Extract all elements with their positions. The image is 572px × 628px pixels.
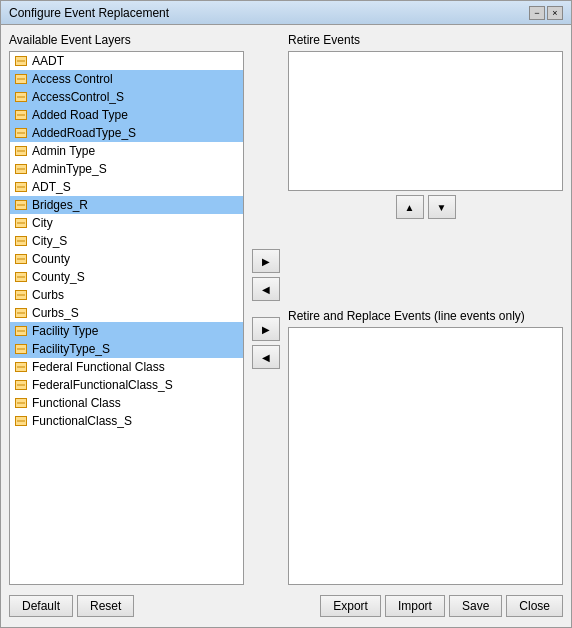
remove-from-retire-button[interactable]: ◀ <box>252 277 280 301</box>
layer-icon <box>14 198 28 212</box>
main-area: Available Event Layers AADTAccess Contro… <box>9 33 563 585</box>
move-down-button[interactable]: ▼ <box>428 195 456 219</box>
add-to-retire-replace-button[interactable]: ▶ <box>252 317 280 341</box>
layer-icon <box>14 108 28 122</box>
retire-replace-label: Retire and Replace Events (line events o… <box>288 309 563 323</box>
list-item[interactable]: City <box>10 214 243 232</box>
layer-icon <box>14 288 28 302</box>
configure-event-replacement-dialog: Configure Event Replacement − × Availabl… <box>0 0 572 628</box>
list-item[interactable]: FacilityType_S <box>10 340 243 358</box>
layer-icon <box>14 54 28 68</box>
dialog-title: Configure Event Replacement <box>9 6 169 20</box>
remove-from-retire-replace-button[interactable]: ◀ <box>252 345 280 369</box>
layer-name: AccessControl_S <box>32 90 124 104</box>
close-window-button[interactable]: × <box>547 6 563 20</box>
list-item[interactable]: Added Road Type <box>10 106 243 124</box>
list-item[interactable]: AADT <box>10 52 243 70</box>
layer-icon <box>14 162 28 176</box>
layer-icon <box>14 414 28 428</box>
list-item[interactable]: AccessControl_S <box>10 88 243 106</box>
layer-name: AddedRoadType_S <box>32 126 136 140</box>
layer-name: Access Control <box>32 72 113 86</box>
layer-icon <box>14 234 28 248</box>
import-button[interactable]: Import <box>385 595 445 617</box>
layer-name: Curbs_S <box>32 306 79 320</box>
middle-bottom-section: ▶ ◀ <box>248 309 284 585</box>
layer-icon <box>14 144 28 158</box>
layer-name: County <box>32 252 70 266</box>
layer-icon <box>14 126 28 140</box>
list-item[interactable]: ADT_S <box>10 178 243 196</box>
layer-name: AdminType_S <box>32 162 107 176</box>
layer-name: Bridges_R <box>32 198 88 212</box>
list-item[interactable]: City_S <box>10 232 243 250</box>
export-button[interactable]: Export <box>320 595 381 617</box>
add-to-retire-button[interactable]: ▶ <box>252 249 280 273</box>
layer-icon <box>14 180 28 194</box>
layer-name: ADT_S <box>32 180 71 194</box>
list-item[interactable]: Facility Type <box>10 322 243 340</box>
title-bar-controls: − × <box>529 6 563 20</box>
move-up-button[interactable]: ▲ <box>396 195 424 219</box>
layer-name: City_S <box>32 234 67 248</box>
right-column: Retire Events ▲ ▼ Retire and Replace Eve… <box>288 33 563 585</box>
list-item[interactable]: AdminType_S <box>10 160 243 178</box>
list-item[interactable]: County_S <box>10 268 243 286</box>
middle-column: ▶ ◀ ▶ ◀ <box>248 33 284 585</box>
layer-name: Functional Class <box>32 396 121 410</box>
list-item[interactable]: Functional Class <box>10 394 243 412</box>
retire-events-list[interactable] <box>288 51 563 191</box>
layer-name: AADT <box>32 54 64 68</box>
layer-name: County_S <box>32 270 85 284</box>
list-item[interactable]: FunctionalClass_S <box>10 412 243 430</box>
title-bar: Configure Event Replacement − × <box>1 1 571 25</box>
layer-name: Facility Type <box>32 324 98 338</box>
close-button[interactable]: Close <box>506 595 563 617</box>
retire-events-section: Retire Events ▲ ▼ <box>288 33 563 309</box>
layer-icon <box>14 90 28 104</box>
layer-name: Curbs <box>32 288 64 302</box>
layer-name: City <box>32 216 53 230</box>
reset-button[interactable]: Reset <box>77 595 134 617</box>
bottom-bar: Default Reset Export Import Save Close <box>9 591 563 619</box>
available-layers-label: Available Event Layers <box>9 33 244 47</box>
list-item[interactable]: Admin Type <box>10 142 243 160</box>
dialog-content: Available Event Layers AADTAccess Contro… <box>1 25 571 627</box>
list-item[interactable]: Access Control <box>10 70 243 88</box>
layer-icon <box>14 270 28 284</box>
layer-name: Admin Type <box>32 144 95 158</box>
layer-icon <box>14 342 28 356</box>
layer-icon <box>14 378 28 392</box>
layer-icon <box>14 216 28 230</box>
list-item[interactable]: AddedRoadType_S <box>10 124 243 142</box>
layer-icon <box>14 360 28 374</box>
up-down-row: ▲ ▼ <box>288 191 563 223</box>
layer-name: Added Road Type <box>32 108 128 122</box>
list-item[interactable]: Bridges_R <box>10 196 243 214</box>
layer-icon <box>14 306 28 320</box>
list-item[interactable]: Federal Functional Class <box>10 358 243 376</box>
list-item[interactable]: Curbs <box>10 286 243 304</box>
layer-name: FunctionalClass_S <box>32 414 132 428</box>
layer-icon <box>14 324 28 338</box>
layer-icon <box>14 72 28 86</box>
layer-icon <box>14 396 28 410</box>
list-item[interactable]: FederalFunctionalClass_S <box>10 376 243 394</box>
layer-name: FacilityType_S <box>32 342 110 356</box>
retire-replace-section: Retire and Replace Events (line events o… <box>288 309 563 585</box>
layer-icon <box>14 252 28 266</box>
layer-name: Federal Functional Class <box>32 360 165 374</box>
left-panel: Available Event Layers AADTAccess Contro… <box>9 33 244 585</box>
save-button[interactable]: Save <box>449 595 502 617</box>
retire-events-label: Retire Events <box>288 33 563 47</box>
available-layers-list[interactable]: AADTAccess ControlAccessControl_SAdded R… <box>9 51 244 585</box>
middle-top: ▶ ◀ <box>248 33 284 309</box>
bottom-left-buttons: Default Reset <box>9 595 134 617</box>
retire-replace-list[interactable] <box>288 327 563 585</box>
list-item[interactable]: Curbs_S <box>10 304 243 322</box>
layer-name: FederalFunctionalClass_S <box>32 378 173 392</box>
pin-button[interactable]: − <box>529 6 545 20</box>
list-item[interactable]: County <box>10 250 243 268</box>
default-button[interactable]: Default <box>9 595 73 617</box>
bottom-right-buttons: Export Import Save Close <box>320 595 563 617</box>
